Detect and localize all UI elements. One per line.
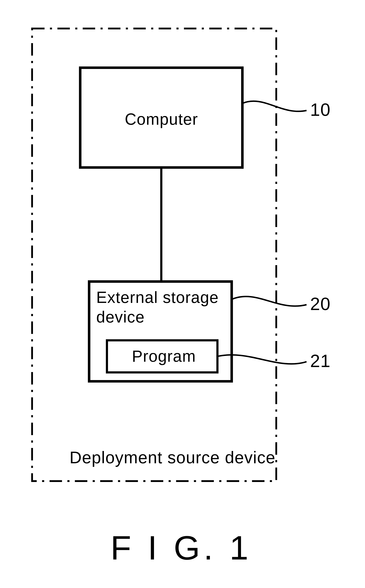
border-label: Deployment source device [70,448,275,467]
storage-label-line2: device [96,308,145,326]
ref-10: 10 [310,100,331,120]
ref-20: 20 [310,294,331,314]
ref-leader-20: 20 [232,294,331,314]
storage-box: External storage device Program [89,282,232,381]
storage-label-line1: External storage [96,289,219,306]
computer-label: Computer [125,110,198,128]
ref-21: 21 [310,351,331,371]
program-label: Program [132,347,196,365]
program-box: Program [107,340,218,372]
ref-leader-10: 10 [242,100,331,120]
figure-1-diagram: Computer External storage device Program… [0,0,365,588]
ref-leader-21: 21 [218,351,331,371]
computer-box: Computer [80,68,242,167]
figure-caption: F I G. 1 [111,529,252,567]
